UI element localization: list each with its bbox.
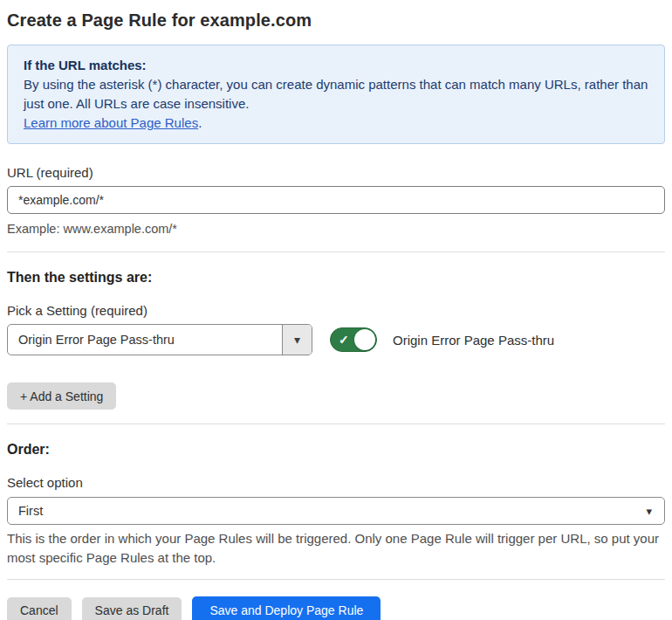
order-select[interactable]: First ▾ [7, 497, 665, 525]
settings-section-heading: Then the settings are: [7, 270, 665, 286]
select-option-label: Select option [7, 475, 665, 490]
origin-error-toggle[interactable]: ✓ [330, 327, 377, 352]
pick-setting-label: Pick a Setting (required) [7, 303, 665, 318]
info-box-heading: If the URL matches: [24, 56, 648, 75]
cancel-button[interactable]: Cancel [7, 597, 72, 620]
url-example-helper: Example: www.example.com/* [7, 219, 665, 238]
toggle-knob [354, 329, 375, 350]
info-box-body: By using the asterisk (*) character, you… [24, 75, 648, 114]
add-setting-button[interactable]: + Add a Setting [7, 382, 116, 410]
url-match-info-box: If the URL matches: By using the asteris… [7, 45, 665, 144]
save-and-deploy-button[interactable]: Save and Deploy Page Rule [192, 596, 381, 620]
url-input[interactable] [7, 186, 665, 214]
divider [7, 251, 665, 252]
save-as-draft-button[interactable]: Save as Draft [82, 597, 182, 620]
setting-dropdown-arrow-button[interactable]: ▾ [282, 325, 312, 355]
link-suffix: . [198, 115, 202, 130]
order-select-value: First [18, 504, 43, 518]
divider [7, 424, 665, 424]
info-box-link-line: Learn more about Page Rules. [24, 114, 648, 133]
learn-more-link[interactable]: Learn more about Page Rules [24, 115, 198, 130]
chevron-down-icon: ▾ [646, 505, 652, 518]
footer-actions: Cancel Save as Draft Save and Deploy Pag… [7, 596, 665, 620]
order-helper-text: This is the order in which your Page Rul… [7, 529, 665, 568]
order-section-heading: Order: [7, 442, 665, 458]
toggle-label: Origin Error Page Pass-thru [393, 333, 554, 348]
setting-dropdown-value: Origin Error Page Pass-thru [8, 325, 282, 355]
page-title: Create a Page Rule for example.com [7, 10, 665, 31]
url-label: URL (required) [7, 165, 665, 180]
check-icon: ✓ [339, 334, 349, 346]
divider [7, 579, 665, 580]
setting-dropdown[interactable]: Origin Error Page Pass-thru ▾ [7, 324, 312, 355]
chevron-down-icon: ▾ [294, 333, 300, 347]
setting-row: Origin Error Page Pass-thru ▾ ✓ Origin E… [7, 324, 665, 355]
